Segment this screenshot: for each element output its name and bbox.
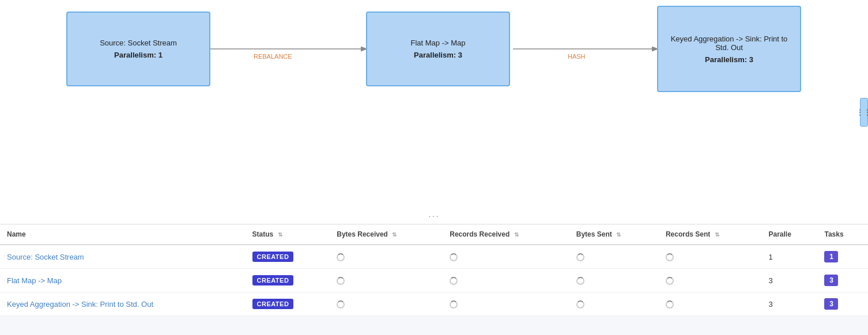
row-parallelism-cell: 3 [761, 292, 817, 316]
row-bytes_received-cell [330, 269, 443, 292]
sort-icon-records-sent[interactable]: ⇅ [715, 231, 719, 238]
divider-dots[interactable]: ... [428, 209, 439, 219]
row-name-link[interactable]: Keyed Aggregation -> Sink: Print to Std.… [7, 300, 153, 309]
node-keyed-parallelism: Parallelism: 3 [705, 55, 753, 64]
loading-icon [337, 277, 345, 285]
table-area: Name Status ⇅ Bytes Received ⇅ Records R… [0, 224, 868, 316]
node-keyed-title: Keyed Aggregation -> Sink: Print to Std.… [667, 35, 791, 52]
sort-icon-bytes-sent[interactable]: ⇅ [616, 231, 621, 238]
loading-icon [666, 300, 674, 309]
loading-icon [450, 277, 458, 285]
loading-icon [666, 277, 674, 285]
status-badge: CREATED [252, 252, 294, 262]
jobs-table: Name Status ⇅ Bytes Received ⇅ Records R… [0, 224, 868, 316]
row-status-cell: CREATED [246, 292, 330, 316]
col-header-parallelism: Paralle [761, 224, 817, 245]
row-name-link[interactable]: Flat Map -> Map [7, 276, 62, 285]
table-row: Flat Map -> MapCREATED33 [0, 269, 868, 292]
sort-icon-status[interactable]: ⇅ [278, 231, 282, 238]
sort-icon-records-received[interactable]: ⇅ [514, 231, 519, 238]
row-bytes_sent-cell [569, 292, 659, 316]
row-tasks-cell: 3 [817, 269, 868, 292]
drag-handle-icon: ⋮ [856, 108, 863, 116]
table-row: Source: Socket StreamCREATED11 [0, 245, 868, 269]
row-bytes_sent-cell [569, 245, 659, 269]
row-records_sent-cell [659, 245, 762, 269]
row-records_sent-cell [659, 292, 762, 316]
col-header-records-sent: Records Sent ⇅ [659, 224, 762, 245]
node-flatmap-title: Flat Map -> Map [410, 39, 465, 47]
node-flatmap-parallelism: Parallelism: 3 [414, 51, 462, 59]
loading-icon [337, 253, 345, 261]
row-records_received-cell [443, 269, 569, 292]
status-badge: CREATED [252, 299, 294, 309]
loading-icon [337, 300, 345, 309]
row-status-cell: CREATED [246, 245, 330, 269]
table-header-row: Name Status ⇅ Bytes Received ⇅ Records R… [0, 224, 868, 245]
tasks-badge: 3 [824, 298, 838, 310]
node-source-title: Source: Socket Stream [100, 39, 177, 47]
node-source-parallelism: Parallelism: 1 [114, 51, 163, 59]
row-status-cell: CREATED [246, 269, 330, 292]
tasks-badge: 3 [824, 275, 838, 286]
table-row: Keyed Aggregation -> Sink: Print to Std.… [0, 292, 868, 316]
row-records_received-cell [443, 245, 569, 269]
status-badge: CREATED [252, 275, 294, 285]
diagram-area: Source: Socket Stream Parallelism: 1 REB… [0, 0, 868, 224]
col-header-bytes-received: Bytes Received ⇅ [330, 224, 443, 245]
row-tasks-cell: 1 [817, 245, 868, 269]
col-header-tasks: Tasks [817, 224, 868, 245]
row-parallelism-cell: 3 [761, 269, 817, 292]
row-name-cell: Source: Socket Stream [0, 245, 246, 269]
node-source[interactable]: Source: Socket Stream Parallelism: 1 [66, 12, 210, 86]
loading-icon [450, 300, 458, 309]
row-records_received-cell [443, 292, 569, 316]
row-records_sent-cell [659, 269, 762, 292]
loading-icon [576, 277, 584, 285]
row-bytes_received-cell [330, 245, 443, 269]
row-name-cell: Keyed Aggregation -> Sink: Print to Std.… [0, 292, 246, 316]
row-name-link[interactable]: Source: Socket Stream [7, 253, 84, 261]
edge-label-rebalance: REBALANCE [254, 53, 292, 60]
loading-icon [576, 300, 584, 309]
row-parallelism-cell: 1 [761, 245, 817, 269]
loading-icon [450, 253, 458, 261]
loading-icon [576, 253, 584, 261]
sort-icon-bytes-received[interactable]: ⇅ [392, 231, 397, 238]
col-header-status: Status ⇅ [246, 224, 330, 245]
row-bytes_sent-cell [569, 269, 659, 292]
row-bytes_received-cell [330, 292, 443, 316]
row-tasks-cell: 3 [817, 292, 868, 316]
tasks-badge: 1 [824, 251, 838, 262]
edge-label-hash: HASH [568, 53, 586, 60]
node-keyed[interactable]: Keyed Aggregation -> Sink: Print to Std.… [657, 6, 801, 92]
col-header-bytes-sent: Bytes Sent ⇅ [569, 224, 659, 245]
row-name-cell: Flat Map -> Map [0, 269, 246, 292]
col-header-name: Name [0, 224, 246, 245]
loading-icon [666, 253, 674, 261]
right-drag-handle[interactable]: ⋮ [860, 98, 868, 127]
node-flatmap[interactable]: Flat Map -> Map Parallelism: 3 [366, 12, 510, 86]
col-header-records-received: Records Received ⇅ [443, 224, 569, 245]
